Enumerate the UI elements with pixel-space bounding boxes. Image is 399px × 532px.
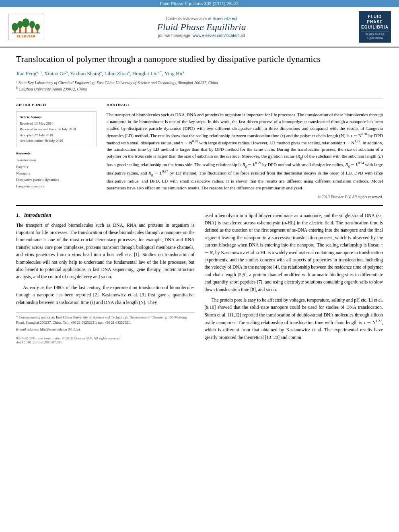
main-content: Translocation of polymer through a nanop… xyxy=(0,47,399,352)
elsevier-logo: ELSEVIER xyxy=(8,14,44,40)
article-history-box: Article history: Received 13 May 2010 Re… xyxy=(16,111,97,148)
svg-point-5 xyxy=(22,18,29,27)
abstract-text: The transport of biomolecules such as DN… xyxy=(107,111,383,191)
article-info-label: ARTICLE INFO xyxy=(16,103,97,108)
journal-right-logo: FLUID PHASE EQUILIBRIA FLUID PHASE EQUIL… xyxy=(359,11,391,43)
right-para-1: used α-hemolysin in a lipid bilayer memb… xyxy=(205,212,383,293)
issn-line: 0378-3812/$ – see front matter © 2010 El… xyxy=(16,336,195,344)
keywords-list: TranslocationPolymerNanoporeDissipative … xyxy=(16,157,97,189)
history-label: Article history: xyxy=(20,115,93,119)
svg-point-3 xyxy=(17,21,23,28)
right-logo-box: FLUID PHASE EQUILIBRIA FLUID PHASE EQUIL… xyxy=(359,11,391,43)
elsevier-logo-box: ELSEVIER xyxy=(8,14,44,40)
journal-title: Fluid Phase Equilibria xyxy=(48,22,355,33)
article-body: 1. Introduction The transport of charged… xyxy=(16,205,383,345)
info-abstract-columns: ARTICLE INFO Article history: Received 1… xyxy=(16,99,383,199)
body-right-col: used α-hemolysin in a lipid bilayer memb… xyxy=(205,212,383,345)
article-title: Translocation of polymer through a nanop… xyxy=(16,53,383,65)
top-banner: Fluid Phase Equilibria 302 (2011) 26–31 xyxy=(0,0,399,7)
svg-point-7 xyxy=(29,21,35,28)
intro-para-2: As early as the 1980s of the last centur… xyxy=(16,284,195,306)
abstract-section: ABSTRACT The transport of biomolecules s… xyxy=(107,103,383,199)
received-date: Received 13 May 2010 xyxy=(20,121,93,126)
left-info-col: ARTICLE INFO Article history: Received 1… xyxy=(16,103,97,199)
footnote-email: E-mail address: hliu@ecust.edu.cn (H. Li… xyxy=(16,327,195,333)
intro-para-1: The transport of charged biomolecules su… xyxy=(16,222,195,281)
sciencedirect-link[interactable]: ScienceDirect xyxy=(212,16,237,21)
footnote-section: * Corresponding author at: East China Un… xyxy=(16,312,195,333)
keywords-box: Keywords: TranslocationPolymerNanoporeDi… xyxy=(16,151,97,189)
abstract-label: ABSTRACT xyxy=(107,103,383,108)
svg-point-1 xyxy=(12,23,18,31)
available-date: Available online 30 July 2010 xyxy=(20,138,93,144)
accepted-date: Accepted 22 July 2010 xyxy=(20,132,93,138)
elsevier-tree-icon xyxy=(12,16,40,34)
elsevier-wordmark: ELSEVIER xyxy=(11,35,41,38)
journal-url[interactable]: www.elsevier.com/locate/fluid xyxy=(193,33,245,38)
body-left-col: 1. Introduction The transport of charged… xyxy=(16,212,195,345)
journal-header: ELSEVIER Contents lists available at Sci… xyxy=(0,7,399,47)
journal-center: Contents lists available at ScienceDirec… xyxy=(48,16,355,38)
svg-rect-10 xyxy=(12,33,40,33)
abstract-col: ABSTRACT The transport of biomolecules s… xyxy=(107,103,383,199)
sciencedirect-info: Contents lists available at ScienceDirec… xyxy=(48,16,355,21)
revised-date: Received in revised form 14 July 2010 xyxy=(20,126,93,132)
authors-line: Jian Fenga, b, Xiutao Geb, Yazhuo Shanga… xyxy=(16,70,383,77)
right-para-2: The protein pore is easy to be affected … xyxy=(205,296,383,341)
affiliations: a State Key Laboratory of Chemical Engin… xyxy=(16,79,383,92)
copyright-line: © 2010 Elsevier B.V. All rights reserved… xyxy=(107,195,383,199)
banner-text: Fluid Phase Equilibria 302 (2011) 26–31 xyxy=(160,1,239,6)
section1-heading: 1. Introduction xyxy=(16,212,195,218)
journal-homepage: journal homepage: www.elsevier.com/locat… xyxy=(48,33,355,38)
keywords-label: Keywords: xyxy=(16,151,97,155)
svg-point-9 xyxy=(35,24,40,30)
body-two-col: 1. Introduction The transport of charged… xyxy=(16,212,383,345)
footnote-star: * Corresponding author at: East China Un… xyxy=(16,315,195,326)
